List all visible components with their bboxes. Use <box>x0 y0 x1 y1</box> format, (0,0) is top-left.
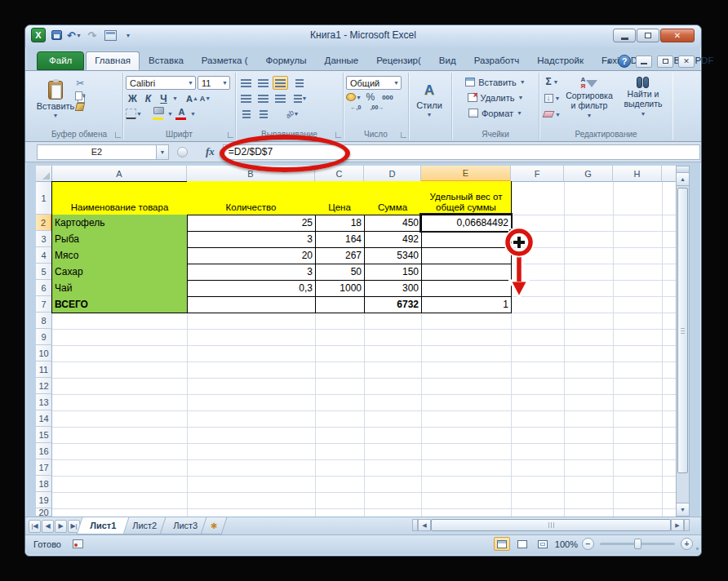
ribbon-tab-6[interactable]: Рецензир( <box>367 51 430 70</box>
grow-font-button[interactable]: А▲ <box>186 94 198 104</box>
align-middle-button[interactable] <box>255 76 271 90</box>
styles-button[interactable]: A Стили ▼ <box>411 74 447 125</box>
ribbon-tab-3[interactable]: Разметка ( <box>193 51 257 70</box>
cell-C5[interactable]: 50 <box>315 264 365 281</box>
cell-C7[interactable] <box>315 296 365 313</box>
copy-button[interactable]: ▾ <box>75 91 86 100</box>
format-cells-button[interactable]: Формат▼ <box>455 105 536 121</box>
row-header-20[interactable]: 20 <box>36 508 52 517</box>
horizontal-split-handle[interactable] <box>684 519 690 531</box>
row-header-1[interactable]: 1 <box>36 182 52 215</box>
row-header-19[interactable]: 19 <box>36 492 52 508</box>
dialog-launcher-icon[interactable] <box>401 132 406 138</box>
row-header-7[interactable]: 7 <box>36 296 52 313</box>
paste-button[interactable]: Вставить ▼ <box>38 74 73 125</box>
horizontal-scroll-thumb[interactable] <box>431 519 671 531</box>
sort-filter-button[interactable]: АЯ Сортировка и фильтр▼ <box>562 74 616 122</box>
restore-button[interactable] <box>637 29 659 42</box>
row-header-5[interactable]: 5 <box>36 264 52 280</box>
dialog-launcher-icon[interactable] <box>228 132 233 138</box>
row-header-12[interactable]: 12 <box>36 378 52 394</box>
cell-C4[interactable]: 267 <box>315 247 365 264</box>
horizontal-scrollbar[interactable]: ◀ ▶ <box>412 517 690 533</box>
ribbon-tab-9[interactable]: Надстройк <box>528 51 593 70</box>
align-right-button[interactable] <box>273 91 288 105</box>
macro-record-icon[interactable] <box>73 539 83 548</box>
zoom-level[interactable]: 100% <box>555 539 578 549</box>
row-header-15[interactable]: 15 <box>36 427 52 443</box>
find-select-button[interactable]: Найти и выделить▼ <box>616 74 670 122</box>
resize-grip[interactable] <box>690 541 699 551</box>
cell-D1[interactable]: Сумма <box>364 181 422 215</box>
minimize-button[interactable] <box>613 29 636 42</box>
scroll-up-icon[interactable]: ▲ <box>677 173 689 186</box>
normal-view-button[interactable] <box>494 537 510 551</box>
ribbon-tab-5[interactable]: Данные <box>316 51 368 70</box>
insert-worksheet-button[interactable]: ✱ <box>201 517 228 534</box>
vertical-split-handle[interactable] <box>677 166 689 173</box>
row-header-10[interactable]: 10 <box>36 345 52 361</box>
row-header-2[interactable]: 2 <box>36 215 52 231</box>
cell-B3[interactable]: 3 <box>187 231 316 248</box>
cell-B2[interactable]: 25 <box>187 215 316 232</box>
column-header-G[interactable]: G <box>564 166 613 182</box>
page-layout-view-button[interactable] <box>514 537 530 551</box>
cell-D2[interactable]: 450 <box>364 215 422 232</box>
cell-A2[interactable]: Картофель <box>51 215 188 232</box>
first-sheet-icon[interactable]: |◀ <box>29 520 41 533</box>
cell-C1[interactable]: Цена <box>315 181 365 215</box>
insert-cells-button[interactable]: Вставить▼ <box>455 74 536 90</box>
fill-color-button[interactable] <box>152 107 166 121</box>
column-header-E[interactable]: E <box>421 166 511 182</box>
close-button[interactable]: ✕ <box>660 29 695 42</box>
scroll-right-icon[interactable]: ▶ <box>671 519 684 531</box>
bold-button[interactable]: Ж <box>126 91 140 105</box>
vertical-scrollbar[interactable]: ▲ ▼ <box>676 166 690 517</box>
autosum-button[interactable]: Σ▼ <box>542 74 562 89</box>
column-header-A[interactable]: A <box>52 166 187 182</box>
merge-center-button[interactable]: ▼ <box>290 91 311 105</box>
column-header-H[interactable]: H <box>613 166 662 182</box>
row-header-18[interactable]: 18 <box>36 476 52 492</box>
cell-A3[interactable]: Рыба <box>51 231 188 248</box>
font-size-combo[interactable]: 11▼ <box>198 76 230 90</box>
orientation-button[interactable]: ab▼ <box>281 107 304 121</box>
align-top-button[interactable] <box>238 76 254 90</box>
workbook-restore-button[interactable] <box>657 55 673 68</box>
cell-D5[interactable]: 150 <box>364 264 422 281</box>
cell-A4[interactable]: Мясо <box>51 247 188 264</box>
decrease-decimal-button[interactable]: ,00→ <box>367 104 387 110</box>
zoom-out-button[interactable]: − <box>582 538 594 550</box>
increase-decimal-button[interactable]: ←,0 <box>346 104 366 110</box>
workbook-minimize-button[interactable] <box>636 55 652 68</box>
percent-button[interactable]: % <box>363 91 378 103</box>
page-break-view-button[interactable] <box>535 537 551 551</box>
insert-function-icon[interactable]: fx <box>206 145 215 158</box>
ribbon-tab-7[interactable]: Вид <box>430 51 465 70</box>
name-box[interactable]: E2 <box>37 144 157 160</box>
row-header-11[interactable]: 11 <box>36 361 52 378</box>
comma-style-button[interactable]: 000 <box>380 94 396 101</box>
row-header-16[interactable]: 16 <box>36 443 52 459</box>
cell-A1[interactable]: Наименование товара <box>51 181 188 215</box>
font-name-combo[interactable]: Calibri▼ <box>126 76 196 90</box>
align-center-button[interactable] <box>255 91 271 105</box>
align-bottom-button[interactable] <box>273 76 288 90</box>
cut-button[interactable]: ✂ <box>75 78 86 89</box>
select-all-corner[interactable] <box>36 166 52 182</box>
scroll-down-icon[interactable]: ▼ <box>677 503 689 516</box>
column-header-D[interactable]: D <box>364 166 421 182</box>
column-header-F[interactable]: F <box>511 166 564 182</box>
fill-button[interactable]: ↓▼ <box>542 91 562 105</box>
formula-bar-button[interactable] <box>177 147 188 157</box>
shrink-font-button[interactable]: А▼ <box>200 95 211 103</box>
row-header-8[interactable]: 8 <box>36 313 52 329</box>
horizontal-split-handle[interactable] <box>412 519 418 531</box>
dialog-launcher-icon[interactable] <box>335 132 341 138</box>
scroll-left-icon[interactable]: ◀ <box>418 519 431 531</box>
accounting-format-button[interactable]: ▼ <box>346 93 362 101</box>
vertical-scroll-thumb[interactable] <box>677 188 688 473</box>
workbook-close-button[interactable]: ✕ <box>678 55 695 68</box>
increase-indent-button[interactable] <box>255 107 271 121</box>
ribbon-tab-file[interactable]: Файл <box>37 51 84 70</box>
